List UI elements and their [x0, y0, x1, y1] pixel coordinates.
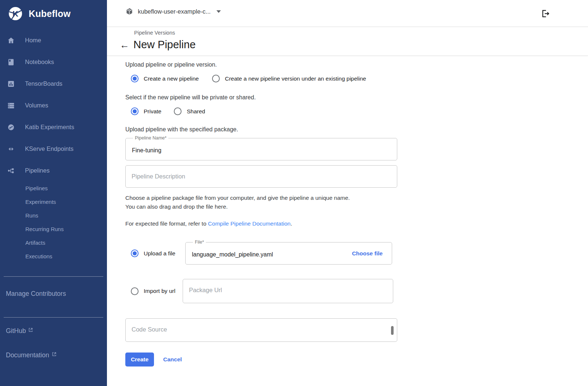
github-label: GitHub — [6, 327, 26, 335]
subnav-item-label: Executions — [25, 253, 52, 259]
radio-selected-icon[interactable] — [131, 107, 139, 115]
sidebar-divider — [4, 276, 103, 277]
sidebar-item-manage-contributors[interactable]: Manage Contributors — [0, 286, 107, 301]
sidebar-item-documentation[interactable]: Documentation — [0, 351, 107, 366]
sidebar-item-home[interactable]: Home — [0, 29, 107, 51]
format-hint: For expected file format, refer to Compi… — [125, 219, 438, 228]
create-button[interactable]: Create — [125, 353, 154, 366]
tensorboard-icon — [7, 79, 15, 88]
manage-contributors-label: Manage Contributors — [6, 290, 66, 298]
app-title: Kubeflow — [29, 8, 71, 19]
radio-label: Shared — [187, 108, 205, 115]
sidebar-item-label: TensorBoards — [25, 80, 62, 87]
sidebar-item-github[interactable]: GitHub — [0, 327, 107, 342]
format-hint-prefix: For expected file format, refer to — [125, 220, 208, 227]
sidebar-item-tensorboards[interactable]: TensorBoards — [0, 73, 107, 95]
pipelines-icon — [7, 166, 15, 175]
subnav-item-label: Runs — [25, 212, 38, 219]
file-hint-line2: You can also drag and drop the file here… — [125, 203, 228, 210]
sidebar-item-kserve-endpoints[interactable]: KServe Endpoints — [0, 138, 107, 160]
radio-unselected-icon[interactable] — [131, 287, 139, 295]
pipeline-name-label: Pipeline Name* — [133, 135, 168, 141]
kind-section-label: Upload pipeline or pipeline version. — [125, 61, 438, 68]
file-hint: Choose a pipeline package file from your… — [125, 194, 438, 211]
visibility-radio-group: Private Shared — [125, 107, 438, 115]
namespace-cube-icon — [125, 7, 133, 15]
page-title: New Pipeline — [133, 39, 196, 51]
radio-shared[interactable]: Shared — [174, 107, 205, 115]
sidebar-item-label: Notebooks — [25, 59, 54, 65]
form-actions: Create Cancel — [125, 353, 438, 366]
logout-button[interactable] — [541, 9, 550, 20]
radio-import-by-url[interactable]: Import by url — [131, 287, 175, 295]
radio-label: Import by url — [144, 288, 175, 294]
scrollbar-thumb[interactable] — [391, 326, 394, 335]
radio-selected-icon[interactable] — [131, 249, 139, 257]
topbar: kubeflow-user-example-c... — [107, 0, 588, 27]
main-area: kubeflow-user-example-c... Pipeline Vers… — [107, 0, 588, 386]
subnav-item-runs[interactable]: Runs — [0, 209, 107, 222]
subnav-item-experiments[interactable]: Experiments — [0, 195, 107, 209]
breadcrumb[interactable]: Pipeline Versions — [107, 27, 175, 36]
cancel-button[interactable]: Cancel — [163, 356, 182, 363]
code-source-input[interactable] — [126, 319, 386, 341]
subnav-item-label: Pipelines — [25, 185, 48, 191]
file-field-label: File* — [193, 240, 206, 245]
sidebar-item-katib-experiments[interactable]: Katib Experiments — [0, 116, 107, 138]
sidebar-item-label: Pipelines — [25, 167, 50, 174]
import-url-row: Import by url — [125, 279, 438, 303]
kubeflow-logo-icon: K — [8, 6, 23, 21]
chevron-down-icon — [216, 10, 221, 13]
subnav-item-label: Artifacts — [25, 240, 45, 246]
back-button[interactable]: ← — [118, 40, 131, 50]
kserve-icon — [7, 145, 15, 153]
page-header: Pipeline Versions ← New Pipeline — [107, 27, 588, 56]
svg-text:K: K — [12, 9, 18, 18]
sidebar-item-label: Home — [25, 37, 41, 44]
logout-icon — [541, 9, 550, 18]
namespace-selector[interactable]: kubeflow-user-example-c... — [125, 7, 221, 15]
radio-label: Create a new pipeline — [144, 75, 199, 82]
pipeline-kind-radio-group: Create a new pipeline Create a new pipel… — [125, 75, 438, 82]
pipeline-name-input[interactable] — [126, 138, 356, 160]
sidebar-item-pipelines[interactable]: Pipelines — [0, 160, 107, 181]
file-field: File* Choose file — [185, 242, 392, 265]
pipeline-description-field — [125, 165, 397, 188]
katib-icon — [7, 123, 15, 132]
pipeline-description-input[interactable] — [126, 166, 386, 187]
sidebar-item-volumes[interactable]: Volumes — [0, 95, 107, 116]
subnav-item-recurring-runs[interactable]: Recurring Runs — [0, 222, 107, 236]
sidebar-nav: Home Notebooks TensorBoards Volumes Kati… — [0, 26, 107, 263]
sidebar-divider — [4, 317, 103, 318]
radio-label: Upload a file — [144, 250, 175, 257]
file-name-input[interactable] — [186, 242, 330, 264]
choose-file-button[interactable]: Choose file — [352, 250, 383, 257]
subnav-item-executions[interactable]: Executions — [0, 249, 107, 263]
app-logo[interactable]: K Kubeflow — [0, 0, 107, 26]
sidebar: K Kubeflow Home Notebooks TensorBoards — [0, 0, 107, 386]
sidebar-item-label: Katib Experiments — [25, 124, 74, 131]
radio-label: Create a new pipeline version under an e… — [225, 75, 366, 82]
subnav-item-label: Recurring Runs — [25, 226, 64, 232]
documentation-label: Documentation — [6, 351, 49, 359]
subnav-item-pipelines[interactable]: Pipelines — [0, 181, 107, 195]
radio-create-new-pipeline[interactable]: Create a new pipeline — [131, 75, 199, 82]
subnav-item-label: Experiments — [25, 199, 56, 205]
file-hint-line1: Choose a pipeline package file from your… — [125, 195, 350, 201]
radio-label: Private — [144, 108, 161, 115]
notebook-icon — [7, 58, 15, 67]
package-url-input[interactable] — [183, 279, 384, 303]
subnav-item-artifacts[interactable]: Artifacts — [0, 236, 107, 249]
namespace-label: kubeflow-user-example-c... — [138, 8, 211, 15]
code-source-field — [125, 318, 397, 342]
radio-private[interactable]: Private — [131, 107, 161, 115]
radio-upload-a-file[interactable]: Upload a file — [131, 249, 175, 257]
external-link-icon — [52, 351, 57, 358]
radio-unselected-icon[interactable] — [174, 107, 182, 115]
radio-selected-icon[interactable] — [131, 75, 139, 82]
sidebar-item-notebooks[interactable]: Notebooks — [0, 51, 107, 73]
external-link-icon — [28, 326, 33, 334]
radio-unselected-icon[interactable] — [212, 75, 220, 82]
radio-create-pipeline-version[interactable]: Create a new pipeline version under an e… — [212, 75, 366, 82]
compile-pipeline-documentation-link[interactable]: Compile Pipeline Documentation — [208, 220, 291, 227]
